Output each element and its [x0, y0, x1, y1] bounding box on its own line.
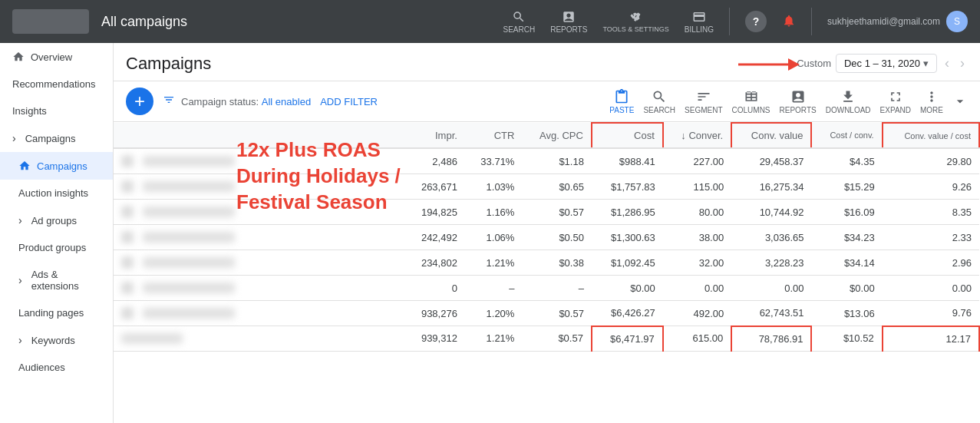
sidebar-ads-extensions-label: Ads & extensions [31, 269, 101, 292]
td-conv-value: 10,744.92 [731, 200, 811, 225]
sidebar-item-insights[interactable]: Insights [0, 97, 113, 124]
top-navigation: All campaigns SEARCH REPORTS TOOLS & SET… [0, 0, 980, 43]
help-icon[interactable]: ? [745, 11, 767, 32]
red-arrow-indicator [738, 54, 800, 75]
overlay-roas-text: 12x Plus ROAS During Holidays / Festival… [236, 137, 401, 215]
search-nav-icon[interactable]: SEARCH [503, 10, 536, 34]
add-button[interactable]: + [126, 88, 153, 115]
th-conver[interactable]: ↓ Conver. [663, 123, 731, 148]
table-row[interactable]: 939,3121.21%$0.57$6,471.97615.0078,786.9… [114, 326, 979, 352]
campaign-icon [121, 155, 134, 167]
notification-bell-icon[interactable] [782, 14, 796, 29]
sidebar: Overview Recommendations Insights Campai… [0, 43, 114, 423]
filter-icon[interactable] [163, 94, 175, 109]
paste-label: PASTE [609, 106, 634, 114]
td-avg-cpc: $0.38 [522, 250, 592, 276]
date-next-icon[interactable]: › [957, 52, 968, 74]
sidebar-insights-label: Insights [12, 105, 47, 117]
sidebar-item-campaigns-parent[interactable]: Campaigns [0, 124, 113, 152]
date-range-picker[interactable]: Dec 1 – 31, 2020 ▾ [836, 54, 937, 73]
sidebar-item-campaigns[interactable]: Campaigns [0, 152, 113, 180]
td-cost: $1,286.95 [592, 200, 663, 225]
td-conv-value: 0.00 [731, 276, 811, 301]
td-cost-conv: $34.23 [811, 225, 882, 250]
campaign-icon [121, 307, 134, 319]
sidebar-item-audiences[interactable]: Audiences [0, 354, 113, 381]
sidebar-item-recommendations[interactable]: Recommendations [0, 71, 113, 97]
columns-button[interactable]: COLUMNS [732, 89, 770, 114]
sidebar-recommendations-label: Recommendations [12, 78, 95, 90]
date-prev-icon[interactable]: ‹ [942, 52, 952, 74]
sidebar-campaigns-label: Campaigns [37, 160, 87, 172]
campaign-name [143, 156, 235, 167]
td-conv-value-cost: 2.33 [883, 225, 979, 250]
sidebar-item-ads-extensions[interactable]: Ads & extensions [0, 261, 113, 299]
td-ctr: 1.16% [465, 200, 523, 225]
th-avg-cpc[interactable]: Avg. CPC [522, 123, 592, 148]
expand-button[interactable]: EXPAND [880, 89, 911, 114]
expand-label: EXPAND [880, 106, 911, 114]
sidebar-item-product-groups[interactable]: Product groups [0, 234, 113, 261]
td-conv-value: 78,786.91 [731, 326, 811, 352]
th-ctr[interactable]: CTR [465, 123, 523, 148]
search-label: SEARCH [643, 106, 675, 114]
reports-label: REPORTS [780, 106, 817, 114]
nav-divider-2 [811, 8, 812, 35]
sidebar-item-ad-groups[interactable]: Ad groups [0, 207, 113, 234]
th-impr[interactable]: Impr. [405, 123, 465, 148]
search-button[interactable]: SEARCH [643, 89, 675, 114]
sidebar-campaigns-parent-label: Campaigns [25, 133, 76, 144]
table-row[interactable]: 234,8021.21%$0.38$1,092.4532.003,228.23$… [114, 250, 979, 276]
table-row[interactable]: 242,4921.06%$0.50$1,300.6338.003,036.65$… [114, 225, 979, 250]
td-cost-conv: $10.52 [811, 326, 882, 352]
more-button[interactable]: MORE [920, 89, 943, 114]
td-conv-value-cost: 29.80 [883, 148, 979, 174]
td-conv-value-cost: 9.76 [883, 301, 979, 326]
tools-nav-label: TOOLS & SETTINGS [602, 25, 668, 33]
campaign-name [143, 207, 235, 217]
td-cost-conv: $34.14 [811, 250, 882, 276]
td-impr: 938,276 [405, 301, 465, 326]
sidebar-item-keywords[interactable]: Keywords [0, 326, 113, 354]
sidebar-item-overview[interactable]: Overview [0, 43, 113, 71]
td-cost: $6,471.97 [592, 326, 663, 352]
td-conv-value: 3,228.23 [731, 250, 811, 276]
user-profile[interactable]: sukhjeethamidi@gmail.com S [827, 11, 968, 32]
table-row[interactable]: 0––$0.000.000.00$0.000.00 [114, 276, 979, 301]
reports-button[interactable]: REPORTS [780, 89, 817, 114]
toolbar-right: PASTE SEARCH SEGMENT COLUMNS [609, 89, 968, 114]
reports-nav-icon[interactable]: REPORTS [550, 10, 587, 34]
logo [12, 9, 89, 34]
billing-nav-icon[interactable]: BILLING [685, 10, 714, 34]
td-conv-value-cost: 12.17 [883, 326, 979, 352]
td-conver: 80.00 [663, 200, 731, 225]
tools-nav-icon[interactable]: TOOLS & SETTINGS [602, 10, 668, 33]
campaign-name [143, 283, 235, 293]
td-impr: 2,486 [405, 148, 465, 174]
table-row[interactable]: 938,2761.20%$0.57$6,426.27492.0062,743.5… [114, 301, 979, 326]
td-cost: $0.00 [592, 276, 663, 301]
download-button[interactable]: DOWNLOAD [826, 89, 871, 114]
td-conver: 492.00 [663, 301, 731, 326]
sidebar-item-landing-pages[interactable]: Landing pages [0, 299, 113, 326]
td-cost-conv: $16.09 [811, 200, 882, 225]
td-ctr: – [465, 276, 523, 301]
reports-nav-label: REPORTS [550, 25, 587, 34]
td-cost-conv: $4.35 [811, 148, 882, 174]
campaign-name [143, 181, 235, 192]
sidebar-overview-label: Overview [31, 51, 72, 63]
th-cost[interactable]: Cost [592, 123, 663, 148]
segment-button[interactable]: SEGMENT [685, 89, 722, 114]
add-filter-button[interactable]: ADD FILTER [320, 96, 378, 107]
td-ctr: 33.71% [465, 148, 523, 174]
th-conv-value[interactable]: Conv. value [731, 123, 811, 148]
more-label: MORE [920, 106, 943, 114]
th-conv-value-cost[interactable]: Conv. value / cost [883, 123, 979, 148]
th-cost-conv[interactable]: Cost / conv. [811, 123, 882, 148]
paste-button[interactable]: PASTE [609, 89, 634, 114]
collapse-panel-button[interactable] [952, 94, 968, 109]
td-avg-cpc: – [522, 276, 592, 301]
filter-status-value: All enabled [262, 96, 311, 107]
sidebar-item-auction-insights[interactable]: Auction insights [0, 180, 113, 207]
segment-label: SEGMENT [685, 106, 722, 114]
